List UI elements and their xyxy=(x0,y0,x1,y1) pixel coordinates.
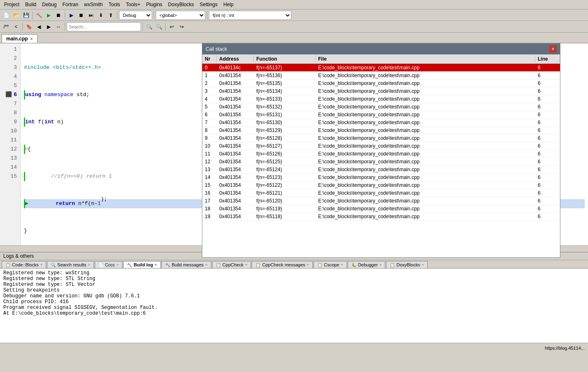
step-out-btn[interactable]: ⬆ xyxy=(106,11,115,20)
call-stack-row-12[interactable]: 12 0x401354 f(n=-65125) E:\code_blocks\t… xyxy=(202,158,560,166)
new-file-btn[interactable]: 📄 xyxy=(2,11,11,20)
cs-cell-address: 0x40134c xyxy=(217,64,254,71)
call-stack-row-9[interactable]: 9 0x401354 f(n=-65128) E:\code_blocks\te… xyxy=(202,134,560,142)
call-stack-row-11[interactable]: 11 0x401354 f(n=-65126) E:\code_blocks\t… xyxy=(202,150,560,158)
bottom-tab-icon-5: 📋 xyxy=(216,263,221,267)
call-stack-row-8[interactable]: 8 0x401354 f(n=-65129) E:\code_blocks\te… xyxy=(202,127,560,134)
call-stack-close-btn[interactable]: × xyxy=(549,45,557,53)
bottom-tab-close-2[interactable]: × xyxy=(117,263,119,267)
call-stack-row-7[interactable]: 7 0x401354 f(n=-65130) E:\code_blocks\te… xyxy=(202,119,560,127)
cs-cell-address: 0x401354 xyxy=(217,166,254,173)
cs-cell-nr: 0 xyxy=(202,64,217,71)
run-btn[interactable]: ▶ xyxy=(44,11,53,20)
toolbar-1: 📄 📂 💾 🔨 ▶ ⏹ ▶ ⏹ ⏭ ⬇ ⬆ Debug Release <glo… xyxy=(0,9,588,21)
sep7 xyxy=(65,23,65,31)
bottom-tab-cccc[interactable]: 📄 Cccc × xyxy=(95,261,123,268)
call-stack-row-18[interactable]: 18 0x401354 f(n=-65119) E:\code_blocks\t… xyxy=(202,205,560,213)
call-stack-row-6[interactable]: 6 0x401354 f(n=-65131) E:\code_blocks\te… xyxy=(202,111,560,119)
bottom-tab-close-6[interactable]: × xyxy=(307,263,309,267)
tab-main-cpp[interactable]: main.cpp × xyxy=(2,34,37,43)
call-stack-row-5[interactable]: 5 0x401354 f(n=-65132) E:\code_blocks\te… xyxy=(202,103,560,111)
call-stack-row-17[interactable]: 17 0x401354 f(n=-65120) E:\code_blocks\t… xyxy=(202,197,560,205)
call-stack-row-3[interactable]: 3 0x401354 f(n=-65134) E:\code_blocks\te… xyxy=(202,87,560,95)
menu-tools-plus[interactable]: Tools+ xyxy=(123,1,143,8)
debug-btn[interactable]: ▶ xyxy=(67,11,76,20)
bottom-tab-close-0[interactable]: × xyxy=(40,263,42,267)
redo-btn[interactable]: ↪ xyxy=(177,22,186,31)
debug-stop-btn[interactable]: ⏹ xyxy=(77,11,86,20)
bottom-tab-close-7[interactable]: × xyxy=(341,263,343,267)
cs-cell-line: 6 xyxy=(535,166,560,173)
bottom-tab-close-9[interactable]: × xyxy=(422,263,424,267)
function-select[interactable]: f(int n) : int xyxy=(209,11,291,20)
cs-cell-function: f(n=-65127) xyxy=(254,143,316,149)
col-file: File xyxy=(316,55,535,63)
step-into-btn[interactable]: ⬇ xyxy=(96,11,105,20)
bottom-tab-doxyblocks[interactable]: 📋 DoxyBlocks × xyxy=(386,261,428,268)
scope-select[interactable]: <global> xyxy=(156,11,205,20)
call-stack-row-13[interactable]: 13 0x401354 f(n=-65124) E:\code_blocks\t… xyxy=(202,166,560,174)
bottom-tab-search-results[interactable]: 🔍 Search results × xyxy=(47,261,94,268)
build-btn[interactable]: 🔨 xyxy=(34,11,43,20)
bottom-tab-close-1[interactable]: × xyxy=(88,263,90,267)
step-next-btn[interactable]: ⏭ xyxy=(87,11,96,20)
tab-close-btn[interactable]: × xyxy=(30,37,33,41)
zoom-out-btn[interactable]: 🔍 xyxy=(155,22,164,31)
menu-help[interactable]: Help xyxy=(221,1,236,8)
bottom-tab-bar: 📋 Code::Blocks × 🔍 Search results × 📄 Cc… xyxy=(0,260,588,268)
search-input[interactable] xyxy=(67,22,141,31)
menu-settings[interactable]: Settings xyxy=(197,1,220,8)
build-config-select[interactable]: Debug Release xyxy=(119,11,152,20)
stop-btn[interactable]: ⏹ xyxy=(54,11,63,20)
bottom-tab-debugger[interactable]: 🐛 Debugger × xyxy=(348,261,386,268)
call-stack-row-4[interactable]: 4 0x401354 f(n=-65133) E:\code_blocks\te… xyxy=(202,95,560,103)
menu-fortran[interactable]: Fortran xyxy=(60,1,81,8)
comment-btn[interactable]: /** xyxy=(2,22,11,31)
bottom-tab-close-5[interactable]: × xyxy=(245,263,247,267)
call-stack-row-10[interactable]: 10 0x401354 f(n=-65127) E:\code_blocks\t… xyxy=(202,142,560,150)
bottom-tab-close-3[interactable]: × xyxy=(155,263,157,267)
open-btn[interactable]: 📂 xyxy=(12,11,21,20)
menu-doxyblocks[interactable]: DoxyBlocks xyxy=(166,1,197,8)
menu-plugins[interactable]: Plugins xyxy=(144,1,165,8)
zoom-in-btn[interactable]: 🔍 xyxy=(145,22,154,31)
line-number-7: 7 xyxy=(3,99,17,108)
menu-build[interactable]: Build xyxy=(23,1,39,8)
cs-cell-line: 6 xyxy=(535,119,560,126)
menu-project[interactable]: Project xyxy=(2,1,22,8)
bottom-tab-label-8: Debugger xyxy=(358,262,378,267)
bottom-tab-code::blocks[interactable]: 📋 Code::Blocks × xyxy=(2,261,46,268)
menu-debug[interactable]: Debug xyxy=(40,1,59,8)
menu-tools[interactable]: Tools xyxy=(106,1,122,8)
menu-wxsmith[interactable]: wxSmith xyxy=(82,1,105,8)
call-stack-body[interactable]: 0 0x40134c f(n=-65137) E:\code_blocks\te… xyxy=(202,64,560,254)
bottom-tab-build-log[interactable]: 🔨 Build log × xyxy=(123,261,160,268)
call-stack-row-0[interactable]: 0 0x40134c f(n=-65137) E:\code_blocks\te… xyxy=(202,64,560,72)
indent-btn[interactable]: < xyxy=(12,22,21,31)
call-stack-row-16[interactable]: 16 0x401354 f(n=-65121) E:\code_blocks\t… xyxy=(202,189,560,197)
status-bar: https://blog.45114... xyxy=(0,343,588,353)
cs-cell-line: 6 xyxy=(535,88,560,94)
bottom-tab-close-8[interactable]: × xyxy=(380,263,382,267)
cs-cell-nr: 15 xyxy=(202,182,217,188)
cs-cell-function: f(n=-65136) xyxy=(254,72,316,79)
prev-btn[interactable]: ◀ xyxy=(34,22,43,31)
call-stack-row-19[interactable]: 19 0x401354 f(n=-65118) E:\code_blocks\t… xyxy=(202,213,560,221)
call-stack-row-15[interactable]: 15 0x401354 f(n=-65122) E:\code_blocks\t… xyxy=(202,181,560,189)
cs-cell-function: f(n=-65130) xyxy=(254,119,316,126)
bottom-tab-close-4[interactable]: × xyxy=(205,263,207,267)
bottom-tab-cppcheck[interactable]: 📋 CppCheck × xyxy=(212,261,251,268)
call-stack-row-2[interactable]: 2 0x401354 f(n=-65135) E:\code_blocks\te… xyxy=(202,80,560,87)
bottom-tab-build-messages[interactable]: 🔨 Build messages × xyxy=(162,261,211,268)
call-stack-row-14[interactable]: 14 0x401354 f(n=-65123) E:\code_blocks\t… xyxy=(202,174,560,181)
bookmark-btn[interactable]: 🔖 xyxy=(24,22,33,31)
bottom-tab-cppcheck-messages[interactable]: 📋 CppCheck messages × xyxy=(252,261,313,268)
match-btn[interactable]: ↔ xyxy=(54,22,63,31)
next-btn[interactable]: ▶ xyxy=(44,22,53,31)
undo-btn[interactable]: ↩ xyxy=(167,22,176,31)
line-number-9: 9 xyxy=(3,118,17,127)
call-stack-row-1[interactable]: 1 0x401354 f(n=-65136) E:\code_blocks\te… xyxy=(202,72,560,80)
cs-cell-file: E:\code_blocks\temporary_code\test\main.… xyxy=(316,182,535,188)
save-btn[interactable]: 💾 xyxy=(21,11,30,20)
bottom-tab-cscope[interactable]: 📋 Cscope × xyxy=(314,261,347,268)
